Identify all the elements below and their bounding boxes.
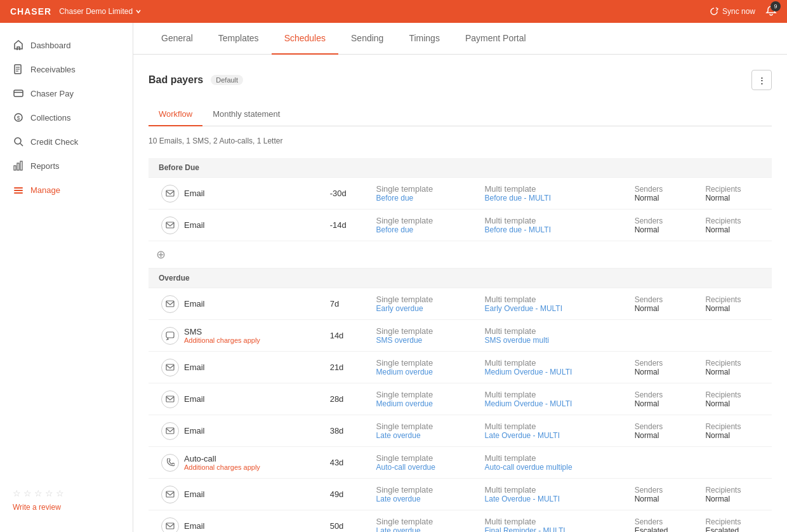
single-template-link[interactable]: Medium overdue	[376, 368, 470, 376]
ellipsis-icon: ⋮	[758, 76, 766, 85]
single-template-link[interactable]: Before due	[376, 225, 470, 234]
multi-template-link[interactable]: Medium Overdue - MULTI	[485, 399, 619, 408]
table-row: Email 49d Single template Late overdue M…	[149, 479, 772, 510]
days-cell: 38d	[322, 415, 369, 447]
svg-rect-16	[166, 190, 174, 196]
multi-template-link[interactable]: Before due - MULTI	[485, 225, 619, 234]
recipients-cell: Recipients Normal	[698, 178, 772, 209]
type-name: Email	[184, 521, 205, 531]
additional-charges: Additional charges apply	[184, 336, 260, 344]
content-area: Bad payers Default ⋮ Workflow Monthly st…	[133, 55, 787, 532]
type-cell: SMS Additional charges apply	[149, 320, 322, 352]
recipients-cell: Recipients Normal	[698, 352, 772, 383]
table-row: Email 50d Single template Late overdue M…	[149, 510, 772, 533]
type-cell: Email	[149, 479, 322, 510]
additional-charges: Additional charges apply	[184, 463, 260, 471]
svg-text:$: $	[17, 115, 20, 121]
manage-icon	[13, 184, 24, 196]
table-row: Email 38d Single template Late overdue M…	[149, 415, 772, 447]
more-options-button[interactable]: ⋮	[751, 70, 772, 90]
sidebar-label-reports: Reports	[30, 161, 60, 171]
multi-template-cell: Multi template Late Overdue - MULTI	[477, 415, 627, 447]
type-icon-email	[161, 359, 179, 376]
sync-button[interactable]: Sync now	[710, 7, 755, 16]
type-name: Email	[184, 489, 205, 499]
single-template-link[interactable]: Late overdue	[376, 495, 470, 503]
star-2[interactable]: ☆	[23, 488, 32, 498]
senders-cell: Senders Normal	[627, 415, 698, 447]
multi-template-cell: Multi template Auto-call overdue multipl…	[477, 447, 627, 479]
senders-cell: Senders Normal	[627, 288, 698, 320]
multi-template-cell: Multi template Final Reminder - MULTI	[477, 510, 627, 533]
multi-template-link[interactable]: Late Overdue - MULTI	[485, 431, 619, 440]
tab-general[interactable]: General	[149, 23, 206, 55]
topbar-logo: CHASER	[10, 6, 51, 17]
single-template-link[interactable]: Late overdue	[376, 431, 470, 440]
sub-tab-workflow[interactable]: Workflow	[149, 103, 202, 126]
sidebar-label-dashboard: Dashboard	[30, 41, 71, 50]
sidebar-bottom: ☆ ☆ ☆ ☆ ☆ Write a review	[0, 478, 133, 522]
sync-icon	[710, 7, 718, 16]
star-5[interactable]: ☆	[56, 488, 64, 498]
table-row: Email 21d Single template Medium overdue…	[149, 352, 772, 383]
tab-schedules[interactable]: Schedules	[272, 23, 338, 55]
tab-timings[interactable]: Timings	[396, 23, 453, 55]
tab-templates[interactable]: Templates	[206, 23, 272, 55]
single-template-link[interactable]: SMS overdue	[376, 336, 470, 345]
single-template-link[interactable]: Medium overdue	[376, 399, 470, 408]
multi-template-link[interactable]: Early Overdue - MULTI	[485, 304, 619, 313]
multi-template-link[interactable]: Auto-call overdue multiple	[485, 463, 619, 472]
multi-template-link[interactable]: Final Reminder - MULTI	[485, 526, 619, 532]
svg-rect-12	[20, 161, 22, 170]
table-row: SMS Additional charges apply 14d Single …	[149, 320, 772, 352]
sidebar-item-collections[interactable]: $ Collections	[0, 105, 133, 130]
sidebar-item-reports[interactable]: Reports	[0, 154, 133, 178]
single-template-link[interactable]: Early overdue	[376, 304, 470, 313]
single-template-cell: Single template Late overdue	[369, 510, 477, 533]
type-icon-email	[161, 422, 179, 440]
sidebar-item-dashboard[interactable]: Dashboard	[0, 33, 133, 57]
file-icon	[13, 63, 24, 75]
svg-rect-20	[166, 364, 174, 370]
multi-template-link[interactable]: Medium Overdue - MULTI	[485, 368, 619, 376]
main-tabs: General Templates Schedules Sending Timi…	[133, 23, 787, 55]
single-template-link[interactable]: Auto-call overdue	[376, 463, 470, 472]
write-review-link[interactable]: Write a review	[13, 503, 61, 512]
tab-sending[interactable]: Sending	[338, 23, 396, 55]
multi-template-link[interactable]: Before due - MULTI	[485, 194, 619, 203]
svg-rect-21	[166, 396, 174, 402]
days-cell: 14d	[322, 320, 369, 352]
sidebar-item-credit-check[interactable]: Credit Check	[0, 130, 133, 154]
type-icon-email	[161, 295, 179, 313]
star-1[interactable]: ☆	[13, 488, 21, 498]
star-3[interactable]: ☆	[34, 488, 43, 498]
stars-container: ☆ ☆ ☆ ☆ ☆	[13, 488, 120, 498]
svg-rect-22	[166, 428, 174, 434]
svg-rect-13	[14, 187, 23, 189]
add-row: ⊕	[149, 241, 772, 269]
single-template-link[interactable]: Late overdue	[376, 526, 470, 532]
sidebar-label-chaser-pay: Chaser Pay	[30, 89, 74, 98]
star-4[interactable]: ☆	[45, 488, 53, 498]
single-template-link[interactable]: Before due	[376, 194, 470, 203]
sidebar-item-manage[interactable]: Manage	[0, 178, 133, 202]
topbar-left: CHASER Chaser Demo Limited	[10, 6, 142, 17]
sidebar-item-receivables[interactable]: Receivables	[0, 57, 133, 81]
senders-cell: Senders Escalated	[627, 510, 698, 533]
layout: Dashboard Receivables Chaser Pay $ Colle…	[0, 23, 787, 532]
notifications-button[interactable]: 9	[765, 5, 777, 18]
tab-payment-portal[interactable]: Payment Portal	[453, 23, 539, 55]
multi-template-link[interactable]: Late Overdue - MULTI	[485, 495, 619, 503]
single-template-cell: Single template Medium overdue	[369, 383, 477, 415]
single-template-cell: Single template Early overdue	[369, 288, 477, 320]
sub-tab-monthly-statement[interactable]: Monthly statement	[202, 103, 290, 126]
senders-cell: Senders Normal	[627, 352, 698, 383]
topbar-company: Chaser Demo Limited	[59, 7, 142, 16]
workflow-summary: 10 Emails, 1 SMS, 2 Auto-calls, 1 Letter	[149, 136, 772, 145]
add-item-button[interactable]: ⊕	[156, 248, 166, 262]
sidebar-item-chaser-pay[interactable]: Chaser Pay	[0, 81, 133, 105]
days-cell: 43d	[322, 447, 369, 479]
type-cell: Email	[149, 209, 322, 241]
multi-template-link[interactable]: SMS overdue multi	[485, 336, 619, 345]
multi-template-cell: Multi template SMS overdue multi	[477, 320, 627, 352]
